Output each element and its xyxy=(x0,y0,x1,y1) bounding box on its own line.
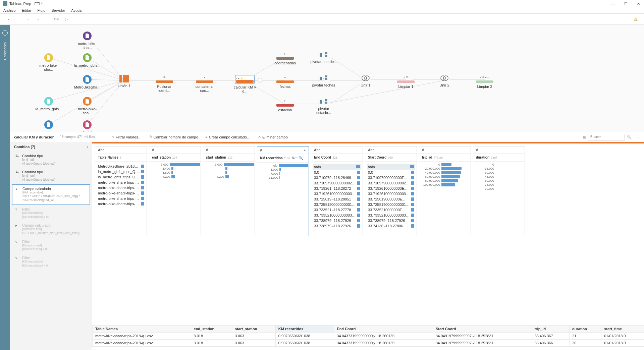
grid-header[interactable]: Start Coord xyxy=(433,326,532,333)
grid-cell[interactable]: 34.043731999999999;-118.260139 xyxy=(334,340,433,347)
grid-cell[interactable]: 21 xyxy=(570,333,601,340)
expand-sidebar-button[interactable]: › xyxy=(5,15,12,23)
change-item[interactable]: ▿Filtro[KM recorridos][KM recorridos] > … xyxy=(12,254,90,270)
profile-card[interactable]: #duration2 mil015.00030.00045.00060.0007… xyxy=(473,146,525,236)
step-tool-2[interactable]: ▸Crear campo calculado… xyxy=(206,135,251,139)
datasource-node[interactable]: metro-bike-sha... xyxy=(35,53,62,71)
grid-cell[interactable]: metro-bike-share-trips-2018-q1.csv xyxy=(93,340,191,347)
datasource-node[interactable] xyxy=(35,120,62,130)
pivot-node[interactable]: pivotar coorde... xyxy=(310,52,337,64)
search-input[interactable] xyxy=(588,134,625,140)
back-button[interactable]: ← xyxy=(24,15,32,23)
change-item[interactable]: A₁Cambiar tipo[end_lon]Al tipo Número (d… xyxy=(12,168,90,184)
collapse-icon[interactable]: ⌄ xyxy=(637,135,640,139)
grid-cell[interactable]: 3.018 xyxy=(191,340,232,347)
search-field-icon[interactable]: 🔍 xyxy=(299,156,303,160)
titlebar: Tableau Prep - ETL* — ☐ ✕ xyxy=(0,0,644,7)
svg-rect-36 xyxy=(326,99,327,101)
profile-card[interactable]: AbcEnd Coord321nulo0;033.710979;-118.284… xyxy=(311,146,363,236)
clean-step-node[interactable]: ▸concatenar coo... xyxy=(191,75,218,93)
grid-header[interactable]: start_station xyxy=(232,326,276,333)
clean-step-node[interactable]: ▾ ▸ ⚡calcular KM y d... xyxy=(231,75,258,93)
maximize-button[interactable]: ☐ xyxy=(623,1,629,7)
list-view-icon[interactable]: ▦ xyxy=(583,135,586,139)
change-item[interactable]: ▿Filtro[Duracion real][Duracion real] > … xyxy=(12,238,90,253)
grid-cell[interactable]: 34.049197999999997;-118.252831 xyxy=(433,340,532,347)
search-icon[interactable]: 🔍 xyxy=(627,135,632,139)
grid-cell[interactable]: 34.043731999999999;-118.260139 xyxy=(334,333,433,340)
grid-cell[interactable]: 20 xyxy=(570,340,601,347)
grid-cell[interactable]: 65.406.367 xyxy=(532,333,569,340)
grid-cell[interactable]: 0,90706506691038 xyxy=(275,340,334,347)
profile-card[interactable]: AbcTable Names8MetroBikeShare_2016_Q3...… xyxy=(95,146,147,236)
datasource-node[interactable]: MetroBikeSha... xyxy=(74,75,101,89)
change-item[interactable]: A₁Cambiar tipo[end_lat]Al tipo Número (d… xyxy=(12,152,90,168)
datasource-node[interactable]: metro-bike-sha... xyxy=(74,97,101,115)
grid-header[interactable]: trip_id xyxy=(532,326,569,333)
grid-cell[interactable]: 01/01/2018 0 xyxy=(601,333,644,340)
add-connection-button[interactable]: + xyxy=(2,30,8,36)
notifications-icon[interactable]: 🔔 xyxy=(632,15,639,23)
add-step-button[interactable]: + xyxy=(258,78,262,82)
grid-cell[interactable]: metro-bike-share-trips-2018-q1.csv xyxy=(93,333,191,340)
change-item[interactable]: ▸Campo calculado[Duracion real]DATEDIFF(… xyxy=(12,221,90,237)
branch-step-node[interactable]: ▸fechas xyxy=(272,75,299,89)
grid-cell[interactable]: 3.063 xyxy=(232,340,276,347)
grid-header[interactable]: Table Names xyxy=(93,326,191,333)
grid-cell[interactable]: 34.049197999999997;-118.252831 xyxy=(433,333,532,340)
profile-card[interactable]: #▸KM recorridos7 mil⇅⋯🔍nulo3.0007.00011.… xyxy=(257,146,309,236)
grid-cell[interactable]: 3.063 xyxy=(232,333,276,340)
change-item[interactable]: ▸Campo calculado[KM recorridos]6371 * AC… xyxy=(12,184,90,205)
change-item[interactable]: ▿Filtro[KM recorridos][KM recorridos] < … xyxy=(12,205,90,221)
svg-rect-31 xyxy=(326,75,327,77)
pivot-node[interactable]: pivotar fechas xyxy=(310,75,337,87)
menu-ayuda[interactable]: Ayuda xyxy=(71,8,82,12)
datasource-node[interactable]: metro-bike-sha... xyxy=(74,32,101,50)
data-grid[interactable]: Table Namesend_stationstart_stationKM re… xyxy=(92,325,644,350)
collapse-changes-icon[interactable]: ‹ xyxy=(87,145,88,149)
grid-cell[interactable]: 3.018 xyxy=(191,333,232,340)
close-button[interactable]: ✕ xyxy=(636,1,641,7)
profile-pane: AbcTable Names8MetroBikeShare_2016_Q3...… xyxy=(92,142,644,350)
minimize-button[interactable]: — xyxy=(610,1,616,7)
forward-button[interactable]: → xyxy=(34,15,42,23)
grid-header[interactable]: KM recorridos xyxy=(275,326,334,333)
clean-step-node[interactable]: ▾ ⊞ ▸ ─Limpiar 2 xyxy=(471,75,498,89)
pivot-node[interactable]: pivotar estacio... xyxy=(310,99,337,115)
profile-card[interactable]: AbcStart Coord299nulo0;033.7109790000000… xyxy=(365,146,417,236)
changes-header[interactable]: Cambios (7) ‹ xyxy=(10,142,92,152)
branch-step-node[interactable]: ▸coordenadas xyxy=(272,52,299,65)
datasource-node[interactable]: la_metro_gbfs... xyxy=(74,53,101,67)
grid-header[interactable]: start_time xyxy=(601,326,644,333)
sort-icon[interactable]: ⇅ xyxy=(292,156,295,160)
grid-cell[interactable]: 65.406.366 xyxy=(532,340,569,347)
refresh-button[interactable]: ⟳▾ xyxy=(53,15,60,23)
grid-header[interactable]: duration xyxy=(570,326,601,333)
profile-card[interactable]: #end_station1343.0003.4003.8004.200 xyxy=(149,146,201,236)
grid-header[interactable]: end_station xyxy=(191,326,232,333)
profile-card[interactable]: #start_station1323.0004.200 xyxy=(203,146,255,236)
step-tool-0[interactable]: ▿Filtrar valores… xyxy=(112,135,142,139)
join-node[interactable]: Unir 2 xyxy=(431,75,458,87)
run-button[interactable]: ▷ xyxy=(63,15,70,23)
datasource-node[interactable]: metro-bike-sha... xyxy=(74,120,101,132)
step-name: calcular KM y duracion xyxy=(14,135,54,139)
profile-card[interactable]: #trip_id471 mil020.000.00040.000.00060.0… xyxy=(419,146,471,236)
grid-cell[interactable]: 0,90706506691038 xyxy=(275,333,334,340)
datasource-node[interactable]: la_metro_gbfs... xyxy=(35,97,62,111)
clean-step-node[interactable]: ⊞Fusionar identi... xyxy=(151,75,178,93)
menu-editar[interactable]: Editar xyxy=(22,8,32,12)
branch-step-node[interactable]: ▸estacion xyxy=(272,99,299,112)
menu-servidor[interactable]: Servidor xyxy=(51,8,65,12)
more-icon[interactable]: ⋯ xyxy=(295,156,299,160)
menu-archivo[interactable]: Archivo xyxy=(3,8,16,12)
menu-flujo[interactable]: Flujo xyxy=(37,8,45,12)
union-node[interactable]: Unión 1 xyxy=(111,75,138,88)
flow-canvas[interactable]: metro-bike-sha...metro-bike-sha...la_met… xyxy=(10,25,644,132)
join-node[interactable]: Unir 1 xyxy=(352,75,379,87)
step-tool-1[interactable]: ✎Cambiar nombre de campo xyxy=(149,135,198,139)
step-tool-3[interactable]: ✕Eliminar campo xyxy=(258,135,288,139)
grid-cell[interactable]: 01/01/2018 0 xyxy=(601,340,644,347)
clean-step-node[interactable]: ▾ ⊞Limpiar 1 xyxy=(392,75,419,89)
grid-header[interactable]: End Coord xyxy=(334,326,433,333)
